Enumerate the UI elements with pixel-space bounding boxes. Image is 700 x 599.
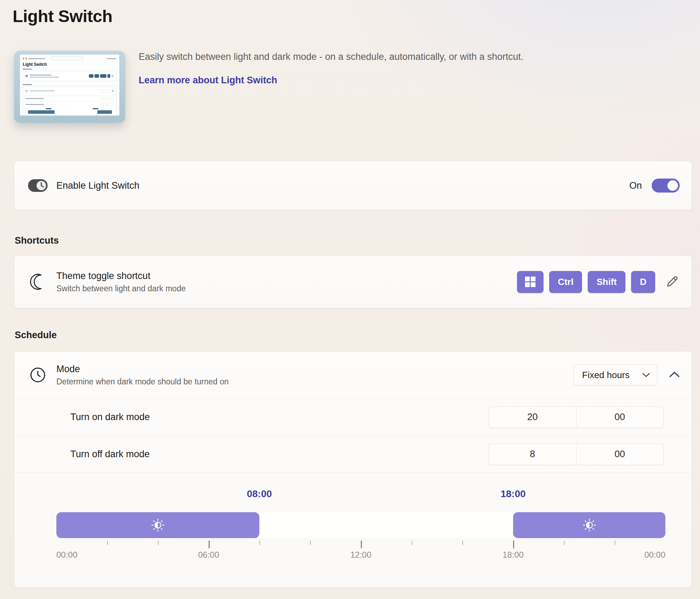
shortcut-title: Theme toggle shortcut bbox=[56, 271, 186, 281]
clock-icon bbox=[28, 367, 48, 383]
app-preview-image: Light Switch bbox=[14, 51, 125, 123]
timeline-axis-label: 00:00 bbox=[56, 550, 77, 560]
timeline-tick bbox=[310, 541, 311, 545]
shortcut-keys: CtrlShiftD bbox=[517, 271, 655, 293]
timeline-tick-major bbox=[513, 541, 514, 548]
toggle-clock-icon bbox=[28, 179, 48, 193]
key-badge-d: D bbox=[631, 271, 655, 293]
turn-off-label: Turn off dark mode bbox=[70, 449, 150, 460]
hero-section: Light Switch bbox=[14, 51, 524, 123]
dark-period-time-label: 08:00 bbox=[247, 488, 272, 500]
schedule-timeline: 08:0018:0000:0006:0012:0018:0000:00 bbox=[14, 473, 692, 588]
enable-light-switch-row: Enable Light Switch On bbox=[14, 161, 692, 210]
timeline-tick bbox=[412, 541, 412, 545]
light-switch-settings-page: Light Switch Light Switch bbox=[0, 0, 700, 599]
mode-row: Mode Determine when dark mode should be … bbox=[14, 351, 692, 398]
turn-off-hour-input[interactable]: 8 bbox=[489, 444, 576, 465]
mode-dropdown-value: Fixed hours bbox=[582, 370, 630, 381]
half-sun-icon bbox=[582, 518, 597, 532]
timeline-tick bbox=[462, 541, 463, 545]
turn-on-time-inputs: 20 00 bbox=[489, 406, 664, 428]
dark-period-time-label: 18:00 bbox=[500, 488, 526, 500]
timeline-tick-major bbox=[209, 541, 210, 548]
timeline-track[interactable] bbox=[56, 512, 665, 538]
turn-on-hour-input[interactable]: 20 bbox=[489, 407, 576, 428]
toggle-state-label: On bbox=[629, 180, 642, 191]
chevron-up-icon bbox=[669, 371, 680, 378]
dark-mode-period-bar[interactable] bbox=[56, 512, 259, 538]
collapse-expander-button[interactable] bbox=[669, 371, 680, 378]
half-sun-icon bbox=[150, 518, 165, 532]
timeline-tick bbox=[158, 541, 159, 545]
moon-icon bbox=[28, 273, 48, 291]
mode-title: Mode bbox=[56, 364, 229, 375]
turn-off-dark-mode-row: Turn off dark mode 8 00 bbox=[14, 436, 692, 473]
timeline-axis-label: 00:00 bbox=[644, 550, 665, 560]
enable-label: Enable Light Switch bbox=[56, 180, 139, 191]
turn-off-minute-input[interactable]: 00 bbox=[576, 444, 664, 465]
key-badge-ctrl: Ctrl bbox=[549, 271, 582, 293]
theme-toggle-shortcut-row: Theme toggle shortcut Switch between lig… bbox=[14, 256, 692, 308]
timeline-axis-label: 12:00 bbox=[350, 550, 371, 560]
learn-more-link[interactable]: Learn more about Light Switch bbox=[139, 75, 277, 86]
timeline-tick bbox=[259, 541, 260, 545]
app-description: Easily switch between light and dark mod… bbox=[139, 51, 524, 62]
timeline-tick-major bbox=[361, 541, 362, 548]
timeline-tick bbox=[564, 541, 565, 545]
schedule-card: Mode Determine when dark mode should be … bbox=[14, 351, 692, 588]
turn-on-label: Turn on dark mode bbox=[70, 412, 150, 423]
timeline-axis-label: 06:00 bbox=[198, 550, 219, 560]
app-preview-mini-window: Light Switch bbox=[20, 55, 119, 116]
chevron-down-icon bbox=[642, 373, 650, 377]
timeline-tick bbox=[615, 541, 615, 545]
dark-mode-period-bar[interactable] bbox=[513, 512, 665, 538]
page-title: Light Switch bbox=[13, 6, 112, 26]
timeline-axis-label: 18:00 bbox=[503, 550, 524, 560]
mode-dropdown[interactable]: Fixed hours bbox=[573, 364, 657, 385]
schedule-section-label: Schedule bbox=[15, 330, 57, 341]
shortcuts-section-label: Shortcuts bbox=[15, 235, 59, 246]
toggle-knob[interactable] bbox=[667, 180, 678, 191]
edit-shortcut-button[interactable] bbox=[664, 273, 680, 290]
shortcut-subtitle: Switch between light and dark mode bbox=[56, 284, 186, 293]
mini-page-title: Light Switch bbox=[23, 62, 117, 67]
turn-on-dark-mode-row: Turn on dark mode 20 00 bbox=[14, 398, 692, 436]
mode-subtitle: Determine when dark mode should be turne… bbox=[56, 377, 229, 386]
windows-key-icon bbox=[517, 271, 544, 293]
enable-toggle[interactable] bbox=[652, 179, 680, 193]
turn-off-time-inputs: 8 00 bbox=[489, 444, 664, 465]
turn-on-minute-input[interactable]: 00 bbox=[576, 407, 664, 428]
timeline-tick bbox=[107, 541, 108, 545]
key-badge-shift: Shift bbox=[588, 271, 625, 293]
pencil-icon bbox=[665, 274, 679, 290]
